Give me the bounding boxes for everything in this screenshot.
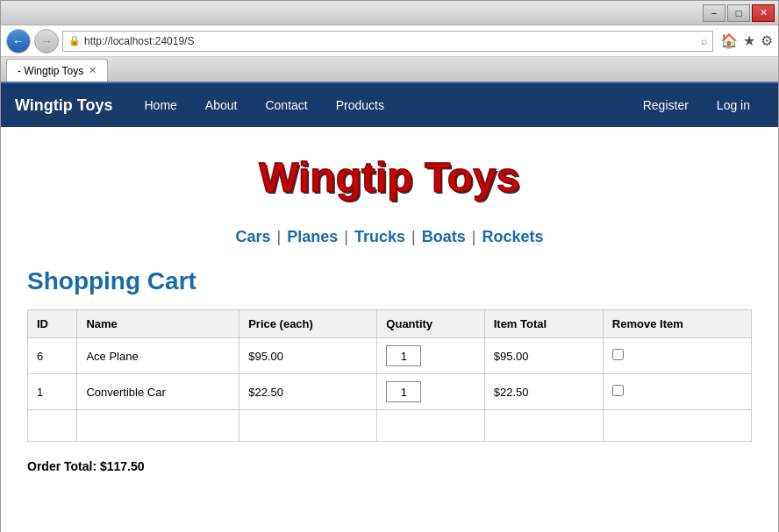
cart-table-header: ID Name Price (each) Quantity Item Total… <box>28 310 752 338</box>
page-content: Wingtip Toys Home About Contact Products… <box>1 83 778 532</box>
tab-title: - Wingtip Toys <box>18 65 83 77</box>
empty-cell-2 <box>77 410 239 442</box>
row2-price: $22.50 <box>239 374 377 410</box>
tab-bar: - Wingtip Toys ✕ <box>1 57 778 83</box>
cart-table: ID Name Price (each) Quantity Item Total… <box>27 309 752 442</box>
maximize-button[interactable]: □ <box>727 4 750 22</box>
back-button[interactable]: ← <box>6 29 31 53</box>
settings-icon[interactable]: ⚙ <box>761 32 773 49</box>
empty-cell-3 <box>239 410 377 442</box>
empty-cell-1 <box>28 410 77 442</box>
row1-name: Ace Plane <box>77 338 239 374</box>
table-row: 6 Ace Plane $95.00 $95.00 <box>28 338 752 374</box>
home-icon[interactable]: 🏠 <box>720 32 738 49</box>
nav-products[interactable]: Products <box>322 83 398 127</box>
sep-1: | <box>277 228 282 245</box>
nav-right: Register Log in <box>629 83 764 127</box>
nav-contact[interactable]: Contact <box>251 83 321 127</box>
favorites-icon[interactable]: ★ <box>743 32 755 49</box>
empty-cell-4 <box>377 410 484 442</box>
nav-login[interactable]: Log in <box>703 83 764 127</box>
row2-qty-input[interactable] <box>386 381 421 402</box>
brand-label[interactable]: Wingtip Toys <box>15 96 113 115</box>
row1-remove-cell <box>603 338 751 374</box>
category-boats[interactable]: Boats <box>422 228 466 245</box>
nav-links: Home About Contact Products <box>131 83 629 127</box>
minimize-button[interactable]: − <box>703 4 725 22</box>
category-planes[interactable]: Planes <box>287 228 338 245</box>
nav-register[interactable]: Register <box>629 83 703 127</box>
address-bar: ← → 🔒 http://localhost:24019/S ⌕ 🏠 ★ ⚙ <box>1 25 778 57</box>
row1-remove-checkbox[interactable] <box>612 349 624 360</box>
url-text: http://localhost:24019/S <box>84 35 697 47</box>
browser-window: − □ ✕ ← → 🔒 http://localhost:24019/S ⌕ 🏠… <box>0 0 779 532</box>
empty-cell-6 <box>603 410 751 442</box>
row2-name: Convertible Car <box>77 374 239 410</box>
row2-id: 1 <box>28 374 77 410</box>
category-links: Cars | Planes | Trucks | Boats | Rockets <box>27 228 752 246</box>
browser-tab[interactable]: - Wingtip Toys ✕ <box>6 59 108 82</box>
row1-price: $95.00 <box>239 338 377 374</box>
title-bar: − □ ✕ <box>1 1 778 25</box>
category-cars[interactable]: Cars <box>235 228 270 245</box>
order-total-value: $117.50 <box>100 459 145 473</box>
site-title: Wingtip Toys <box>27 145 752 210</box>
row1-qty-input[interactable] <box>386 345 421 366</box>
sep-2: | <box>344 228 348 245</box>
table-row-empty <box>28 410 752 442</box>
col-quantity: Quantity <box>377 310 484 338</box>
close-button[interactable]: ✕ <box>752 4 775 22</box>
refresh-icon[interactable]: ⌕ <box>701 35 707 47</box>
forward-button[interactable]: → <box>34 29 59 53</box>
order-total: Order Total: $117.50 <box>27 459 752 473</box>
row2-remove-checkbox[interactable] <box>612 385 624 396</box>
cart-title: Shopping Cart <box>27 267 752 295</box>
row2-item-total: $22.50 <box>484 374 603 410</box>
header-row: ID Name Price (each) Quantity Item Total… <box>28 310 752 338</box>
url-icon: 🔒 <box>68 35 81 46</box>
category-rockets[interactable]: Rockets <box>482 228 543 245</box>
order-total-label: Order Total: <box>27 459 96 473</box>
cart-table-body: 6 Ace Plane $95.00 $95.00 1 <box>28 338 752 442</box>
col-item-total: Item Total <box>484 310 603 338</box>
row1-quantity <box>377 338 484 374</box>
row1-item-total: $95.00 <box>484 338 603 374</box>
col-price: Price (each) <box>239 310 377 338</box>
browser-toolbar: 🏠 ★ ⚙ <box>720 32 773 49</box>
table-row: 1 Convertible Car $22.50 $22.50 <box>28 374 752 410</box>
col-remove: Remove Item <box>603 310 751 338</box>
row2-remove-cell <box>603 374 751 410</box>
row1-id: 6 <box>28 338 77 374</box>
empty-cell-5 <box>484 410 603 442</box>
navbar: Wingtip Toys Home About Contact Products… <box>1 83 778 127</box>
nav-home[interactable]: Home <box>131 83 191 127</box>
sep-4: | <box>472 228 476 245</box>
category-trucks[interactable]: Trucks <box>354 228 405 245</box>
col-name: Name <box>77 310 239 338</box>
row2-quantity <box>377 374 484 410</box>
window-controls: − □ ✕ <box>703 4 775 22</box>
main-content: Wingtip Toys Cars | Planes | Trucks | Bo… <box>1 127 778 532</box>
url-bar[interactable]: 🔒 http://localhost:24019/S ⌕ <box>62 31 713 52</box>
nav-about[interactable]: About <box>191 83 252 127</box>
sep-3: | <box>411 228 416 245</box>
col-id: ID <box>28 310 77 338</box>
tab-close-button[interactable]: ✕ <box>89 65 96 76</box>
